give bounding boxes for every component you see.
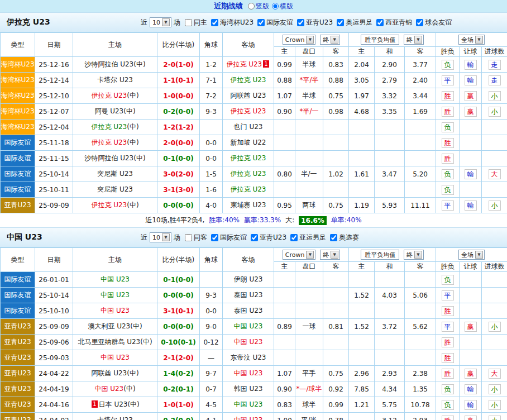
checkbox-input[interactable] — [416, 19, 423, 26]
home-team-cell[interactable]: 卡塔尔 U23 — [73, 73, 157, 88]
home-team-name[interactable]: 沙特阿拉伯 U23 — [84, 154, 133, 162]
home-team-cell[interactable]: 伊拉克 U23(中) — [73, 120, 157, 135]
away-team-cell[interactable]: 伊拉克 U23 — [223, 166, 274, 182]
home-team-name[interactable]: 中国 U23 — [101, 275, 130, 283]
odds-provider-select[interactable]: Crown ▼ — [283, 35, 316, 45]
home-team-name[interactable]: 中国 U23 — [94, 385, 123, 393]
away-team-name[interactable]: 中国 U23 — [234, 416, 263, 420]
home-team-name[interactable]: 北马里亚纳群岛 U23 — [78, 338, 140, 346]
away-team-name[interactable]: 伊拉克 U23 — [231, 185, 266, 193]
home-team-name[interactable]: 中国 U23 — [101, 354, 130, 361]
away-team-cell[interactable]: 伊朗 U23 — [223, 272, 274, 288]
home-team-cell[interactable]: 澳大利亚 U23(中) — [73, 319, 157, 335]
full-match-select[interactable]: 全场 ▼ — [458, 35, 485, 45]
away-team-cell[interactable]: 柬埔寨 U23 — [223, 198, 274, 213]
away-team-cell[interactable]: 伊拉克 U23 — [223, 151, 274, 166]
checkbox-input[interactable] — [330, 234, 337, 241]
final-avg-select[interactable]: 终 ▼ — [404, 35, 424, 45]
home-team-name[interactable]: 澳大利亚 U23 — [88, 322, 130, 330]
home-team-cell[interactable]: 中国 U23 — [73, 303, 157, 319]
home-team-name[interactable]: 阿联酋 U23 — [91, 369, 127, 377]
filter-checkbox[interactable]: 亚运男足 — [290, 233, 326, 242]
home-team-cell[interactable]: 1日本 U23(中) — [73, 397, 157, 413]
filter-checkbox[interactable]: 海湾杯U23 — [211, 18, 253, 27]
avg-odds-select[interactable]: 胜平负均值 — [361, 35, 399, 45]
away-team-name[interactable]: 中国 U23 — [234, 369, 263, 377]
checkbox-input[interactable] — [257, 19, 265, 26]
home-team-cell[interactable]: 伊拉克 U23(中) — [73, 88, 157, 104]
home-team-cell[interactable]: 伊拉克 U23(中) — [73, 135, 157, 151]
away-team-cell[interactable]: 伊拉克 U23 — [223, 73, 274, 88]
recent-count-select[interactable]: 10 ▼ — [150, 232, 171, 242]
away-team-cell[interactable]: 伊拉克 U231 — [223, 57, 274, 73]
filter-checkbox[interactable]: 西亚青锦 — [376, 18, 412, 27]
filter-checkbox[interactable]: 同主 — [185, 18, 207, 27]
away-team-name[interactable]: 泰国 U23 — [234, 307, 263, 314]
home-team-name[interactable]: 伊拉克 U23 — [91, 139, 127, 146]
away-team-name[interactable]: 伊朗 U23 — [234, 275, 263, 283]
home-team-name[interactable]: 中国 U23 — [101, 307, 130, 314]
filter-checkbox[interactable]: 国际友谊 — [257, 18, 293, 27]
final-odds-select[interactable]: 终 ▼ — [320, 35, 340, 45]
away-team-cell[interactable]: 中国 U23 — [223, 397, 274, 413]
home-team-name[interactable]: 伊拉克 U23 — [91, 201, 127, 209]
home-team-cell[interactable]: 中国 U23 — [73, 288, 157, 303]
away-team-name[interactable]: 东帝汶 U23 — [231, 354, 266, 361]
home-team-cell[interactable]: 阿曼 U23(中) — [73, 104, 157, 120]
filter-checkbox[interactable]: 亚青U23 — [297, 18, 333, 27]
home-team-cell[interactable]: 阿联酋 U23(中) — [73, 366, 157, 381]
avg-odds-select[interactable]: 胜平负均值 — [361, 250, 399, 260]
away-team-name[interactable]: 伊拉克 U23 — [231, 76, 266, 84]
filter-checkbox[interactable]: 国际友谊 — [211, 233, 247, 242]
home-team-cell[interactable]: 沙特阿拉伯 U23(中) — [73, 57, 157, 73]
checkbox-input[interactable] — [185, 234, 192, 241]
filter-checkbox[interactable]: 同客 — [185, 233, 207, 242]
away-team-name[interactable]: 伊拉克 U23 — [226, 60, 262, 68]
home-team-cell[interactable]: 沙特阿拉伯 U23(中) — [73, 151, 157, 166]
home-team-name[interactable]: 突尼斯 U23 — [97, 185, 133, 193]
horizontal-layout-radio[interactable] — [272, 3, 279, 9]
home-team-cell[interactable]: 中国 U23(中) — [73, 381, 157, 397]
away-team-name[interactable]: 新加坡 U22 — [231, 139, 266, 146]
away-team-cell[interactable]: 也门 U23 — [223, 120, 274, 135]
away-team-cell[interactable]: 韩国 U23 — [223, 381, 274, 397]
away-team-cell[interactable]: 中国 U23 — [223, 413, 274, 420]
checkbox-input[interactable] — [297, 19, 304, 26]
odds-provider-select[interactable]: Crown ▼ — [283, 250, 316, 260]
home-team-name[interactable]: 卡塔尔 U23 — [97, 76, 133, 84]
away-team-cell[interactable]: 泰国 U23 — [223, 303, 274, 319]
home-team-name[interactable]: 伊拉克 U23 — [91, 92, 127, 99]
away-team-cell[interactable]: 泰国 U23 — [223, 288, 274, 303]
home-team-name[interactable]: 日本 U23 — [99, 400, 128, 408]
away-team-cell[interactable]: 中国 U23 — [223, 319, 274, 335]
away-team-name[interactable]: 阿联酋 U23 — [231, 92, 266, 99]
away-team-cell[interactable]: 中国 U23 — [223, 335, 274, 350]
away-team-name[interactable]: 中国 U23 — [234, 400, 263, 408]
away-team-name[interactable]: 伊拉克 U23 — [231, 170, 266, 178]
checkbox-input[interactable] — [211, 234, 218, 241]
filter-checkbox[interactable]: 亚青U23 — [251, 233, 286, 242]
filter-checkbox[interactable]: 球会友谊 — [416, 18, 452, 27]
away-team-cell[interactable]: 新加坡 U22 — [223, 135, 274, 151]
home-team-cell[interactable]: 北马里亚纳群岛 U23(中) — [73, 335, 157, 350]
away-team-cell[interactable]: 伊拉克 U23 — [223, 182, 274, 198]
home-team-name[interactable]: 突尼斯 U23 — [97, 170, 133, 178]
layout-option-horizontal[interactable]: 横版 — [272, 2, 293, 11]
home-team-name[interactable]: 阿曼 U23 — [94, 107, 123, 115]
recent-count-select[interactable]: 10 ▼ — [150, 17, 171, 27]
final-odds-select[interactable]: 终 ▼ — [320, 250, 340, 260]
checkbox-input[interactable] — [211, 19, 218, 26]
away-team-cell[interactable]: 东帝汶 U23 — [223, 350, 274, 366]
layout-option-vertical[interactable]: 竖版 — [248, 2, 269, 11]
away-team-cell[interactable]: 中国 U23 — [223, 366, 274, 381]
final-avg-select[interactable]: 终 ▼ — [404, 250, 424, 260]
away-team-name[interactable]: 也门 U23 — [234, 123, 263, 131]
away-team-name[interactable]: 泰国 U23 — [234, 291, 263, 299]
away-team-name[interactable]: 中国 U23 — [234, 338, 263, 346]
checkbox-input[interactable] — [376, 19, 384, 26]
checkbox-input[interactable] — [185, 19, 192, 26]
away-team-name[interactable]: 伊拉克 U23 — [231, 107, 266, 115]
home-team-cell[interactable]: 突尼斯 U23 — [73, 166, 157, 182]
home-team-cell[interactable]: 中国 U23 — [73, 350, 157, 366]
home-team-name[interactable]: 中国 U23 — [101, 291, 130, 299]
